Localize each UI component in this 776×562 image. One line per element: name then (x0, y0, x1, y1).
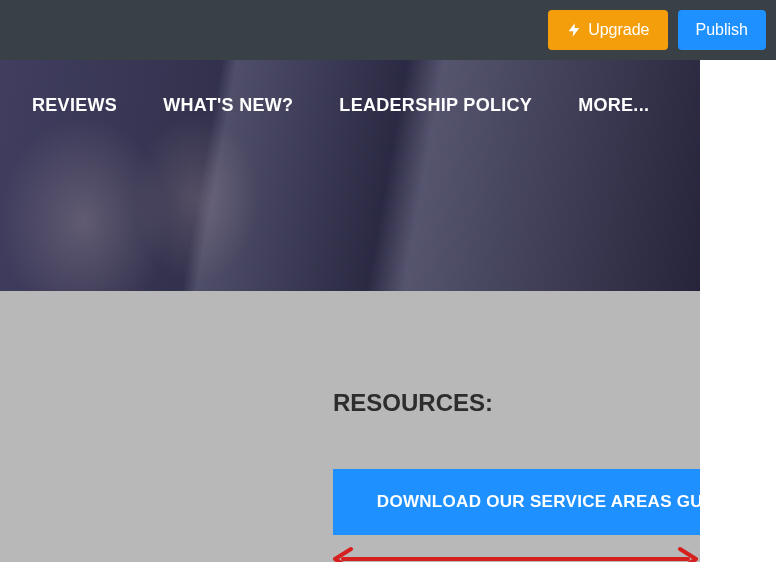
annotation-arrow-icon (333, 545, 698, 562)
download-guide-label: DOWNLOAD OUR SERVICE AREAS GUIDE (377, 492, 732, 512)
bolt-icon (566, 22, 582, 38)
nav-item-reviews[interactable]: REVIEWS (32, 95, 117, 116)
publish-label: Publish (696, 21, 748, 39)
page-right-margin (700, 60, 776, 562)
publish-button[interactable]: Publish (678, 10, 766, 50)
site-navbar: REVIEWS WHAT'S NEW? LEADERSHIP POLICY MO… (32, 95, 649, 116)
nav-item-leadership[interactable]: LEADERSHIP POLICY (339, 95, 532, 116)
upgrade-button[interactable]: Upgrade (548, 10, 667, 50)
nav-item-whatsnew[interactable]: WHAT'S NEW? (163, 95, 293, 116)
nav-item-more[interactable]: MORE... (578, 95, 649, 116)
content-section: RESOURCES: DOWNLOAD OUR SERVICE AREAS GU… (0, 291, 700, 562)
hero-section: REVIEWS WHAT'S NEW? LEADERSHIP POLICY MO… (0, 60, 700, 291)
resources-heading: RESOURCES: (333, 389, 493, 417)
editor-topbar: Upgrade Publish (0, 0, 776, 60)
upgrade-label: Upgrade (588, 21, 649, 39)
